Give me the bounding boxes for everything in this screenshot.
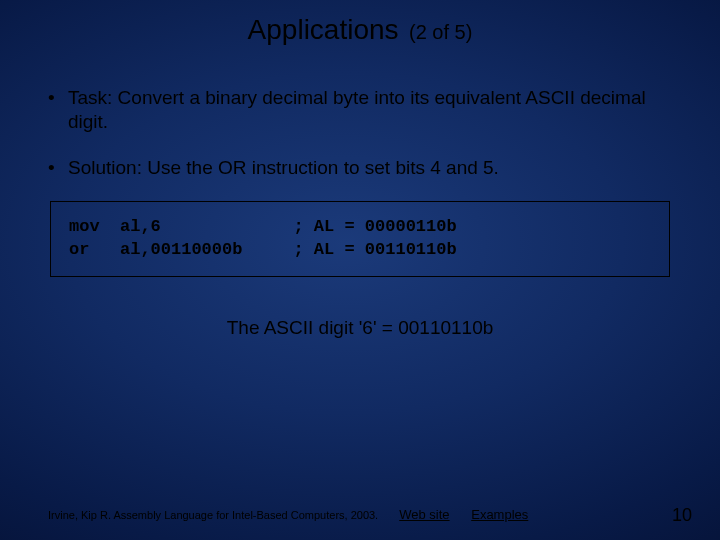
link-examples[interactable]: Examples — [471, 507, 528, 522]
code-block: mov al,6 ; AL = 00000110b or al,00110000… — [50, 201, 670, 277]
footer-links: Web site Examples — [399, 507, 546, 522]
title-main: Applications — [248, 14, 399, 45]
footer: Irvine, Kip R. Assembly Language for Int… — [48, 507, 672, 522]
link-website[interactable]: Web site — [399, 507, 449, 522]
slide: Applications (2 of 5) Task: Convert a bi… — [0, 0, 720, 540]
slide-body: Task: Convert a binary decimal byte into… — [48, 86, 672, 339]
caption: The ASCII digit '6' = 00110110b — [48, 317, 672, 339]
slide-title: Applications (2 of 5) — [0, 14, 720, 46]
footer-citation: Irvine, Kip R. Assembly Language for Int… — [48, 509, 378, 521]
title-sub: (2 of 5) — [409, 21, 472, 43]
bullet-task: Task: Convert a binary decimal byte into… — [48, 86, 672, 134]
bullet-solution: Solution: Use the OR instruction to set … — [48, 156, 672, 180]
page-number: 10 — [672, 505, 692, 526]
